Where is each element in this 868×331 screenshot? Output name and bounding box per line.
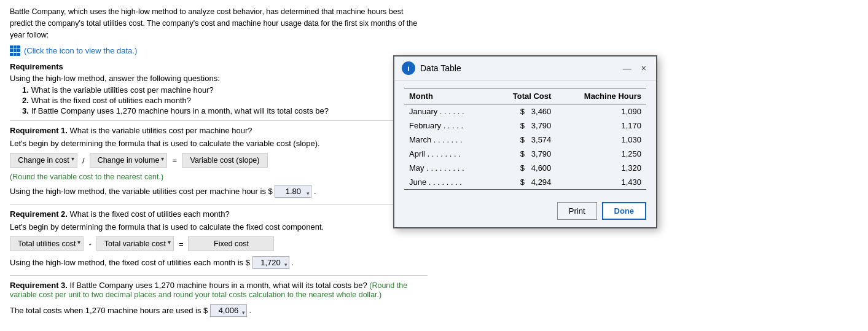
cell-hours: 1,030 bbox=[556, 133, 646, 147]
cell-hours: 1,250 bbox=[556, 147, 646, 161]
change-in-volume-box[interactable]: Change in volume bbox=[90, 153, 168, 168]
cell-cost: $ 3,790 bbox=[491, 147, 557, 161]
total-variable-cost-box[interactable]: Total variable cost bbox=[96, 236, 174, 251]
req3-heading: Requirement 3. If Battle Company uses 1,… bbox=[10, 281, 428, 299]
col-machine-hours: Machine Hours bbox=[556, 88, 646, 104]
req2-answer: Using the high-low method, the fixed cos… bbox=[10, 256, 428, 269]
modal-controls: — × bbox=[620, 63, 649, 73]
req2-formula-intro: Let's begin by determining the formula t… bbox=[10, 222, 428, 232]
done-button[interactable]: Done bbox=[602, 202, 647, 220]
modal-title: Data Table bbox=[420, 63, 461, 73]
req2-answer-box[interactable]: 1,720 bbox=[252, 256, 289, 269]
cell-month: January . . . . . . bbox=[404, 104, 491, 119]
col-month: Month bbox=[404, 88, 491, 104]
modal-minimize-button[interactable]: — bbox=[620, 63, 634, 73]
col-total-cost: Total Cost bbox=[491, 88, 557, 104]
req1-answer-box[interactable]: 1.80 bbox=[275, 185, 311, 198]
total-utilities-cost-box[interactable]: Total utilities cost bbox=[10, 236, 84, 251]
cell-month: February . . . . . bbox=[404, 119, 491, 133]
info-icon: i bbox=[402, 61, 415, 75]
table-row: June . . . . . . . . $ 4,294 1,430 bbox=[404, 175, 646, 190]
click-link-label: (Click the icon to view the data.) bbox=[24, 46, 137, 55]
table-header-row: Month Total Cost Machine Hours bbox=[404, 88, 646, 104]
data-table: Month Total Cost Machine Hours January .… bbox=[404, 88, 646, 190]
formula-eq-2: = bbox=[179, 239, 184, 249]
req1-formula-row: Change in cost / Change in volume = Vari… bbox=[10, 153, 428, 168]
cell-cost: $ 3,574 bbox=[491, 133, 557, 147]
req1-answer: Using the high-low method, the variable … bbox=[10, 185, 428, 198]
cell-hours: 1,090 bbox=[556, 104, 646, 119]
grid-icon bbox=[10, 45, 20, 56]
req2-formula-row: Total utilities cost - Total variable co… bbox=[10, 236, 428, 251]
modal-close-button[interactable]: × bbox=[639, 63, 649, 73]
req-item-1: 1.What is the variable utilities cost pe… bbox=[22, 85, 428, 95]
req1-formula-intro: Let's begin by determining the formula t… bbox=[10, 139, 428, 148]
cell-hours: 1,430 bbox=[556, 175, 646, 190]
cell-cost: $ 3,790 bbox=[491, 119, 557, 133]
fixed-cost-result: Fixed cost bbox=[188, 236, 274, 251]
formula-divider-2: - bbox=[88, 239, 91, 249]
requirements-title: Requirements bbox=[10, 62, 428, 71]
req3-answer: The total costs when 1,270 machine hours… bbox=[10, 304, 428, 317]
table-row: March . . . . . . . $ 3,574 1,030 bbox=[404, 133, 646, 147]
table-row: May . . . . . . . . . $ 4,600 1,320 bbox=[404, 161, 646, 175]
cell-month: March . . . . . . . bbox=[404, 133, 491, 147]
table-row: January . . . . . . $ 3,460 1,090 bbox=[404, 104, 646, 119]
table-row: February . . . . . $ 3,790 1,170 bbox=[404, 119, 646, 133]
cell-month: June . . . . . . . . bbox=[404, 175, 491, 190]
req-item-3: 3.If Battle Company uses 1,270 machine h… bbox=[22, 106, 428, 115]
print-button[interactable]: Print bbox=[557, 202, 597, 220]
cell-cost: $ 4,600 bbox=[491, 161, 557, 175]
cell-cost: $ 3,460 bbox=[491, 104, 557, 119]
cell-hours: 1,320 bbox=[556, 161, 646, 175]
cell-month: April . . . . . . . . bbox=[404, 147, 491, 161]
cell-month: May . . . . . . . . . bbox=[404, 161, 491, 175]
modal-header: i Data Table — × bbox=[394, 56, 656, 80]
requirements-subtitle: Using the high-low method, answer the fo… bbox=[10, 74, 428, 83]
intro-text: Battle Company, which uses the high-low … bbox=[10, 6, 428, 41]
req3-answer-box[interactable]: 4,006 bbox=[210, 304, 247, 317]
req-item-2: 2.What is the fixed cost of utilities ea… bbox=[22, 96, 428, 105]
cell-cost: $ 4,294 bbox=[491, 175, 557, 190]
formula-divider-1: / bbox=[82, 156, 85, 165]
req1-round-note: (Round the variable cost to the nearest … bbox=[10, 173, 428, 181]
change-in-cost-box[interactable]: Change in cost bbox=[10, 153, 77, 168]
data-table-modal: i Data Table — × Month Total Cost Machin… bbox=[393, 55, 657, 228]
view-data-link[interactable]: (Click the icon to view the data.) bbox=[10, 45, 428, 56]
req2-heading: Requirement 2. What is the fixed cost of… bbox=[10, 209, 428, 219]
formula-eq-1: = bbox=[172, 156, 177, 165]
variable-cost-result: Variable cost (slope) bbox=[182, 153, 268, 168]
modal-title-row: i Data Table bbox=[402, 61, 461, 75]
cell-hours: 1,170 bbox=[556, 119, 646, 133]
modal-footer: Print Done bbox=[394, 197, 656, 227]
req1-heading: Requirement 1. What is the variable util… bbox=[10, 126, 428, 135]
modal-body: Month Total Cost Machine Hours January .… bbox=[394, 80, 656, 197]
table-row: April . . . . . . . . $ 3,790 1,250 bbox=[404, 147, 646, 161]
